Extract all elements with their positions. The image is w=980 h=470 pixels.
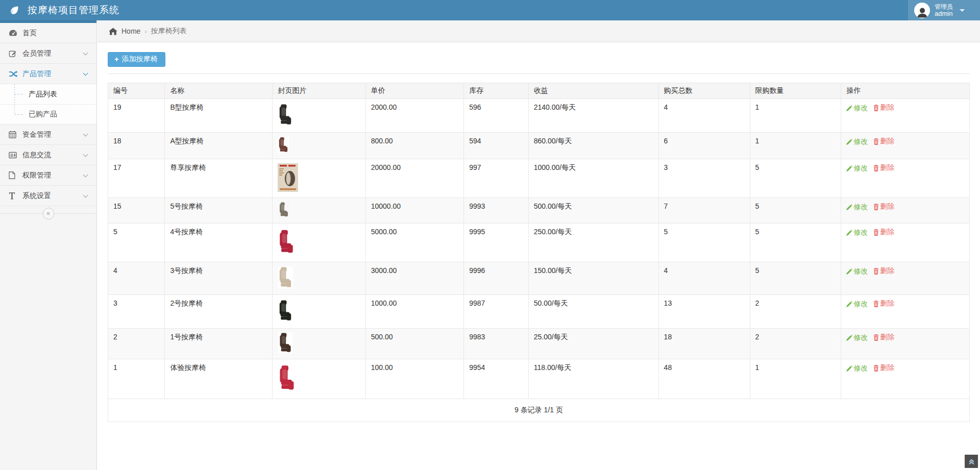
product-cover-image	[278, 103, 293, 127]
cell-limit: 1	[750, 99, 841, 133]
delete-link[interactable]: 删除	[873, 228, 894, 237]
edit-link[interactable]: 修改	[846, 104, 868, 113]
sidebar-submenu: 产品列表 已购产品	[0, 84, 96, 125]
cell-id: 2	[108, 329, 165, 359]
chevron-down-icon	[83, 70, 88, 76]
cell-cover	[273, 295, 365, 329]
cell-stock: 9954	[464, 359, 529, 399]
trash-icon	[873, 105, 879, 111]
edit-link[interactable]: 修改	[846, 137, 868, 146]
back-to-top-button[interactable]	[965, 455, 978, 468]
sidebar-item-label: 会员管理	[22, 49, 84, 58]
file-icon	[9, 171, 22, 179]
table-row: 2 1号按摩椅 500.00 9983 25.00/每天 18 2 修改 删除	[108, 329, 970, 359]
sidebar-item-label: 权限管理	[22, 171, 84, 180]
cell-profit: 50.00/每天	[528, 295, 658, 329]
user-menu[interactable]: 管理员 admin	[908, 0, 980, 20]
cell-stock: 9987	[464, 295, 529, 329]
brand: 按摩椅项目管理系统	[9, 4, 119, 17]
sidebar-item[interactable]: 产品管理	[0, 64, 96, 84]
cell-purchases: 7	[658, 198, 750, 224]
cell-limit: 5	[750, 159, 841, 198]
sidebar-item[interactable]: 信息交流	[0, 145, 96, 165]
column-header: 操作	[841, 83, 970, 99]
delete-link[interactable]: 删除	[873, 333, 894, 342]
pencil-icon	[846, 204, 852, 210]
cell-cover	[273, 262, 365, 295]
cell-purchases: 4	[658, 99, 750, 133]
dashboard-icon	[9, 29, 22, 37]
delete-link[interactable]: 删除	[873, 137, 894, 146]
delete-link[interactable]: 删除	[873, 202, 894, 211]
cell-stock: 9993	[464, 198, 529, 224]
cell-actions: 修改 删除	[841, 295, 970, 329]
trash-icon	[873, 301, 879, 307]
cell-limit: 1	[750, 133, 841, 159]
sidebar-subitem[interactable]: 产品列表	[0, 84, 96, 104]
delete-link[interactable]: 删除	[873, 266, 894, 276]
cell-name: B型按摩椅	[165, 99, 273, 133]
delete-link[interactable]: 删除	[873, 163, 894, 172]
cell-stock: 9996	[464, 262, 529, 295]
delete-link[interactable]: 删除	[873, 299, 894, 308]
caret-down-icon	[960, 9, 965, 12]
cell-name: A型按摩椅	[165, 133, 273, 159]
breadcrumb-home[interactable]: Home	[121, 27, 140, 35]
cell-cover	[273, 133, 365, 159]
cell-limit: 5	[750, 262, 841, 295]
edit-link[interactable]: 修改	[846, 203, 868, 212]
sidebar-item[interactable]: 首页	[0, 23, 96, 43]
cell-id: 17	[108, 159, 165, 198]
cell-id: 15	[108, 198, 165, 224]
delete-link[interactable]: 删除	[873, 363, 894, 373]
breadcrumb: Home › 按摩椅列表	[97, 20, 980, 42]
sidebar-item-label: 资金管理	[22, 130, 84, 139]
cell-actions: 修改 删除	[841, 329, 970, 359]
edit-link[interactable]: 修改	[846, 164, 868, 173]
user-icon	[914, 3, 930, 18]
cell-name: 5号按摩椅	[165, 198, 273, 224]
edit-link[interactable]: 修改	[846, 300, 868, 309]
content-area: +添加按摩椅 编号名称封页图片单价库存收益购买总数限购数量操作 19 B型按摩椅…	[97, 43, 980, 470]
cell-purchases: 3	[658, 159, 750, 198]
cell-name: 1号按摩椅	[165, 329, 273, 359]
edit-link[interactable]: 修改	[846, 228, 868, 237]
edit-link[interactable]: 修改	[846, 267, 868, 276]
main-area: Home › 按摩椅列表 +添加按摩椅 编号名称封页图片单价库存收益购买总数限购…	[97, 20, 980, 470]
cell-limit: 1	[750, 359, 841, 399]
delete-link[interactable]: 删除	[873, 103, 894, 112]
table-row: 4 3号按摩椅 3000.00 9996 150.00/每天 4 5 修改 删除	[108, 262, 970, 295]
cell-actions: 修改 删除	[841, 198, 970, 224]
chevron-down-icon	[83, 192, 88, 197]
cell-stock: 594	[464, 133, 529, 159]
sidebar-subitem[interactable]: 已购产品	[0, 104, 96, 124]
trash-icon	[873, 138, 879, 145]
list-icon	[9, 152, 22, 159]
pencil-icon	[846, 105, 852, 111]
cell-id: 1	[108, 359, 165, 399]
collapse-sidebar-button[interactable]: «	[42, 208, 54, 219]
column-header: 限购数量	[750, 83, 841, 99]
edit-link[interactable]: 修改	[846, 333, 868, 342]
user-info: 管理员 admin	[935, 3, 953, 17]
cell-purchases: 48	[658, 359, 750, 399]
table-row: 18 A型按摩椅 800.00 594 860.00/每天 6 1 修改 删除	[108, 133, 970, 159]
product-cover-image	[278, 228, 295, 256]
table-row: 17 尊享按摩椅 20000.00 997 1000.00/每天 3 5 修改 …	[108, 159, 970, 198]
cell-purchases: 18	[658, 329, 750, 359]
cell-id: 19	[108, 99, 165, 133]
sidebar-item[interactable]: 系统设置	[0, 186, 96, 206]
cell-name: 3号按摩椅	[165, 262, 273, 295]
trash-icon	[873, 229, 879, 236]
sidebar-item-label: 产品管理	[22, 69, 84, 79]
sidebar-item[interactable]: 会员管理	[0, 43, 96, 64]
sidebar-item[interactable]: 权限管理	[0, 165, 96, 186]
cell-price: 10000.00	[365, 198, 463, 224]
product-cover-image	[278, 299, 293, 323]
edit-link[interactable]: 修改	[846, 364, 868, 373]
add-massage-chair-button[interactable]: +添加按摩椅	[108, 52, 165, 67]
product-cover-image	[278, 137, 289, 153]
cell-profit: 2140.00/每天	[528, 99, 658, 133]
sidebar-item[interactable]: 资金管理	[0, 125, 96, 145]
sidebar-subitem-label: 已购产品	[29, 110, 57, 119]
